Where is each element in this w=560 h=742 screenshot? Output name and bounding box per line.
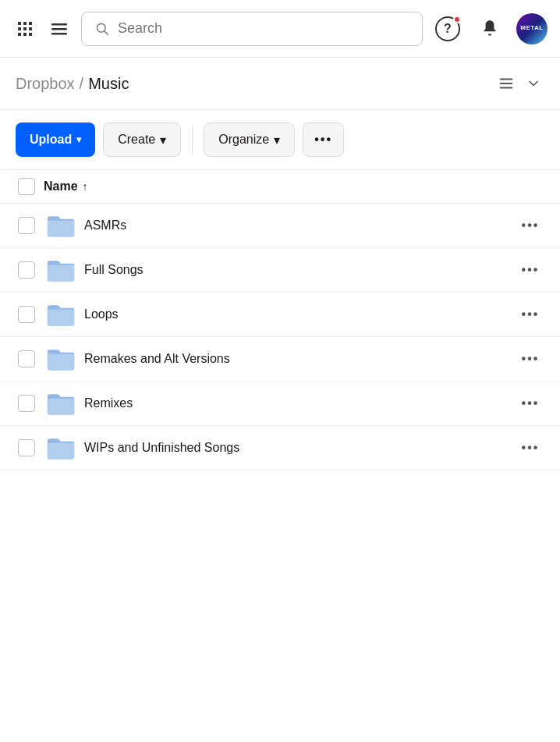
row-checkbox[interactable] bbox=[18, 350, 35, 367]
svg-line-13 bbox=[105, 30, 108, 34]
svg-rect-1 bbox=[23, 22, 27, 25]
row-checkbox[interactable] bbox=[18, 395, 35, 412]
svg-rect-9 bbox=[51, 23, 67, 26]
more-actions-button[interactable]: ••• bbox=[303, 122, 344, 157]
row-dots-icon: ••• bbox=[522, 218, 540, 233]
folder-icon bbox=[44, 390, 78, 417]
breadcrumb-root[interactable]: Dropbox bbox=[16, 75, 75, 93]
row-dots-icon: ••• bbox=[522, 307, 540, 321]
breadcrumb-bar: Dropbox / Music bbox=[0, 58, 560, 110]
row-more-button[interactable]: ••• bbox=[516, 211, 544, 240]
folder-icon bbox=[44, 257, 78, 283]
row-more-button[interactable]: ••• bbox=[516, 300, 544, 328]
grid-icon[interactable] bbox=[12, 16, 37, 41]
table-row[interactable]: Remixes ••• bbox=[0, 382, 560, 426]
folder-icon bbox=[44, 301, 78, 328]
breadcrumb-current: Music bbox=[88, 75, 129, 93]
row-more-button[interactable]: ••• bbox=[516, 434, 544, 462]
name-column-header[interactable]: Name ↑ bbox=[44, 179, 510, 193]
row-checkbox[interactable] bbox=[18, 439, 35, 456]
create-button[interactable]: Create ▾ bbox=[103, 122, 181, 157]
svg-rect-11 bbox=[51, 33, 67, 35]
svg-rect-15 bbox=[500, 83, 513, 84]
table-row[interactable]: ASMRs ••• bbox=[0, 204, 560, 248]
svg-rect-16 bbox=[500, 87, 513, 89]
header-checkbox-col bbox=[9, 178, 44, 195]
svg-rect-28 bbox=[48, 443, 74, 460]
top-navigation: ? METAL bbox=[0, 0, 560, 58]
folder-icon bbox=[44, 346, 78, 372]
expand-button[interactable] bbox=[523, 73, 544, 94]
table-row[interactable]: WIPs and Unfinished Songs ••• bbox=[0, 426, 560, 470]
row-more-button[interactable]: ••• bbox=[516, 389, 544, 417]
toolbar: Upload ▾ Create ▾ Organize ▾ ••• bbox=[0, 110, 560, 170]
svg-rect-14 bbox=[500, 79, 513, 80]
hamburger-icon[interactable] bbox=[47, 16, 72, 41]
svg-rect-24 bbox=[48, 354, 74, 371]
svg-rect-26 bbox=[48, 399, 74, 415]
file-name: Full Songs bbox=[84, 263, 516, 277]
sort-arrow-icon: ↑ bbox=[83, 180, 88, 193]
svg-rect-4 bbox=[23, 27, 27, 30]
svg-rect-5 bbox=[29, 27, 32, 30]
row-checkbox-col bbox=[9, 217, 44, 234]
breadcrumb-actions bbox=[494, 72, 544, 95]
search-bar[interactable] bbox=[81, 12, 423, 46]
notification-dot bbox=[453, 16, 461, 23]
svg-rect-20 bbox=[48, 265, 74, 282]
help-icon: ? bbox=[435, 16, 460, 41]
search-icon bbox=[94, 21, 110, 37]
row-checkbox[interactable] bbox=[18, 217, 35, 234]
row-dots-icon: ••• bbox=[522, 263, 540, 277]
help-button[interactable]: ? bbox=[432, 13, 463, 44]
table-row[interactable]: Full Songs ••• bbox=[0, 248, 560, 293]
svg-rect-22 bbox=[48, 310, 74, 326]
svg-rect-8 bbox=[29, 33, 32, 36]
svg-rect-18 bbox=[48, 221, 74, 237]
row-checkbox-col bbox=[9, 439, 44, 456]
svg-rect-10 bbox=[51, 28, 67, 30]
file-name: ASMRs bbox=[84, 218, 516, 233]
upload-button[interactable]: Upload ▾ bbox=[16, 122, 95, 157]
row-checkbox-col bbox=[9, 306, 44, 323]
notifications-button[interactable] bbox=[474, 13, 505, 44]
organize-button[interactable]: Organize ▾ bbox=[204, 122, 295, 157]
table-row[interactable]: Remakes and Alt Versions ••• bbox=[0, 337, 560, 382]
chevron-down-icon bbox=[526, 76, 541, 91]
file-rows-container: ASMRs ••• Full Songs ••• bbox=[0, 204, 560, 470]
row-dots-icon: ••• bbox=[522, 396, 540, 410]
toolbar-divider bbox=[192, 126, 193, 154]
folder-icon bbox=[44, 435, 78, 461]
svg-rect-6 bbox=[18, 33, 21, 36]
row-checkbox-col bbox=[9, 395, 44, 412]
svg-rect-7 bbox=[23, 33, 27, 36]
select-all-checkbox[interactable] bbox=[18, 178, 35, 195]
file-name: WIPs and Unfinished Songs bbox=[84, 441, 516, 455]
upload-chevron-icon: ▾ bbox=[76, 134, 81, 145]
breadcrumb: Dropbox / Music bbox=[16, 75, 129, 93]
row-more-button[interactable]: ••• bbox=[516, 345, 544, 373]
folder-icon bbox=[44, 212, 78, 239]
row-checkbox[interactable] bbox=[18, 306, 35, 323]
file-name: Loops bbox=[84, 307, 516, 321]
svg-rect-2 bbox=[29, 22, 32, 25]
row-checkbox-col bbox=[9, 350, 44, 367]
row-dots-icon: ••• bbox=[522, 441, 540, 455]
nav-right-actions: ? METAL bbox=[432, 13, 548, 44]
organize-chevron-icon: ▾ bbox=[274, 133, 280, 147]
bell-icon bbox=[480, 19, 500, 39]
list-view-button[interactable] bbox=[494, 72, 518, 95]
table-row[interactable]: Loops ••• bbox=[0, 293, 560, 337]
avatar[interactable]: METAL bbox=[516, 13, 548, 44]
row-checkbox-col bbox=[9, 261, 44, 279]
row-more-button[interactable]: ••• bbox=[516, 256, 544, 284]
create-chevron-icon: ▾ bbox=[160, 133, 166, 147]
table-header: Name ↑ bbox=[0, 170, 560, 204]
row-dots-icon: ••• bbox=[522, 352, 540, 366]
search-input[interactable] bbox=[118, 20, 409, 37]
list-view-icon bbox=[498, 75, 515, 92]
svg-rect-0 bbox=[18, 22, 21, 25]
svg-rect-3 bbox=[18, 27, 21, 30]
file-table: Name ↑ ASMRs ••• bbox=[0, 170, 560, 470]
row-checkbox[interactable] bbox=[18, 261, 35, 279]
